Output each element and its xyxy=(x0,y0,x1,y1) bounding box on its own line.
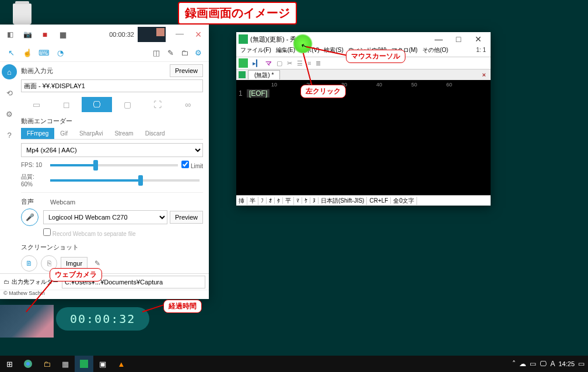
capture-modes: ▭ ◻ 🖵 ▢ ⛶ ∞ xyxy=(21,97,203,112)
annotation-elapsed: 経過時間 xyxy=(163,300,202,313)
folder-icon[interactable]: 🗀 xyxy=(177,48,191,57)
captura-sidebar: ⌂ ⟲ ⚙ ? xyxy=(0,62,19,273)
quality-row: 品質: 60% xyxy=(21,173,203,187)
task-vlc[interactable]: ▲ xyxy=(112,356,131,372)
menu-other[interactable]: その他(O) xyxy=(421,46,450,57)
mode-game-icon[interactable]: ∞ xyxy=(173,97,203,112)
tool-copy-icon[interactable]: ✂ xyxy=(287,60,292,67)
eof-marker: [EOF] xyxy=(247,89,270,98)
tool-new-icon[interactable] xyxy=(239,58,248,68)
keyboard-icon[interactable]: ⌨ xyxy=(36,46,51,61)
fps-slider[interactable] xyxy=(50,164,178,166)
menu-file[interactable]: ファイル(F) xyxy=(239,46,273,57)
tool-save-icon[interactable]: マ xyxy=(265,59,272,68)
encoder-label: 動画エンコーダー xyxy=(21,117,203,126)
tab-ffmpeg[interactable]: FFmpeg xyxy=(21,128,54,139)
output-folder-icon[interactable]: 🗀 xyxy=(4,279,9,285)
tray-chevron-icon[interactable]: ˄ xyxy=(512,360,516,368)
tray-clock[interactable]: 14:25 xyxy=(558,360,575,367)
timer-icon[interactable]: ◔ xyxy=(52,46,68,61)
tray-ime[interactable]: A xyxy=(550,360,555,368)
tab-stream[interactable]: Stream xyxy=(108,128,139,139)
webcam-section-label: Webcam xyxy=(50,199,75,206)
close-button[interactable]: × xyxy=(189,29,208,41)
svg-point-7 xyxy=(26,362,30,366)
codec-select[interactable]: Mp4 (x264 | AAC) xyxy=(21,143,203,157)
status-encoding: 日本語(Shift-JIS) xyxy=(318,197,367,205)
captura-main: 動画入力元 Preview ▭ ◻ 🖵 ▢ ⛶ ∞ 動画エンコーダー FFmpe… xyxy=(19,62,209,273)
tray-monitor-icon[interactable]: 🖵 xyxy=(540,360,547,368)
tool-next-icon[interactable]: ≣ xyxy=(316,60,321,67)
task-editor[interactable] xyxy=(75,356,93,372)
tool-cut-icon[interactable]: ▢ xyxy=(276,60,282,67)
recording-timer: 00:00:32 xyxy=(71,31,138,38)
editor-minimize[interactable]: — xyxy=(429,34,449,44)
quality-slider[interactable] xyxy=(50,179,200,182)
editor-ruler: 102030405060 xyxy=(236,80,491,88)
click-icon[interactable]: ☝ xyxy=(20,46,35,61)
tool-prev-icon[interactable]: ≡ xyxy=(307,60,311,67)
editor-cursor-pos: 1: 1 xyxy=(476,47,486,53)
settings-gear-icon[interactable]: ⚙ xyxy=(191,48,205,57)
annotation-mouse-cursor: マウスカーソル xyxy=(346,50,405,63)
tab-gif[interactable]: Gif xyxy=(54,128,74,139)
menu-search[interactable]: 検索(S) xyxy=(322,46,345,57)
screenshot-label: スクリーンショット xyxy=(21,243,203,252)
fps-row: FPS: 10 Limit xyxy=(21,161,203,169)
preview-button[interactable]: Preview xyxy=(170,64,203,77)
sidebar-settings[interactable]: ⚙ xyxy=(2,106,17,121)
status-width: 全0文字 xyxy=(391,197,417,205)
video-source-select[interactable] xyxy=(21,79,203,92)
mode-webcam-icon[interactable]: ▭ xyxy=(21,97,51,112)
editor-tab[interactable]: (無題) * xyxy=(248,70,280,79)
record-stop-button[interactable]: ■ xyxy=(36,25,54,44)
editor-content[interactable]: 1 [EOF] xyxy=(236,88,491,195)
ss-edit-icon[interactable]: ✎ xyxy=(94,259,100,267)
system-tray: ˄ ☁ ▭ 🖵 A 14:25 ▭ xyxy=(512,360,588,368)
task-calculator[interactable]: ▦ xyxy=(56,356,75,372)
screenshot-button[interactable]: ◧ xyxy=(1,25,19,44)
editor-tab-close[interactable]: × xyxy=(480,71,488,78)
line-number: 1 xyxy=(239,89,243,98)
pause-button[interactable]: ▮▮ xyxy=(54,25,71,44)
captura-toolrow: ↖ ☝ ⌨ ◔ ◫ ✎ 🗀 ⚙ xyxy=(0,44,209,62)
tab-discard[interactable]: Discard xyxy=(139,128,171,139)
taskbar: ⊞ 🗀 ▦ ▣ ▲ ˄ ☁ ▭ 🖵 A 14:25 ▭ xyxy=(0,356,588,372)
mode-window-icon[interactable]: ◻ xyxy=(51,97,82,112)
mic-toggle[interactable]: 🎤 xyxy=(21,208,38,226)
ss-disk-button[interactable]: 🗎 xyxy=(21,255,37,272)
camera-icon[interactable]: 📷 xyxy=(19,25,36,44)
tray-notification-icon[interactable]: ▭ xyxy=(578,360,584,368)
start-button[interactable]: ⊞ xyxy=(0,356,19,372)
captura-titlebar[interactable]: ◧ 📷 ■ ▮▮ 00:00:32 — × xyxy=(0,25,209,44)
tray-battery-icon[interactable]: ▭ xyxy=(530,360,536,368)
svg-text:50: 50 xyxy=(411,82,417,88)
sidebar-home[interactable]: ⌂ xyxy=(2,64,17,79)
editor-titlebar[interactable]: (無題)(更新) - 秀丸 — □ ✕ xyxy=(236,32,491,46)
captura-copyright: © Mathew Sachin xyxy=(0,290,209,299)
fps-limit-check[interactable]: Limit xyxy=(181,161,203,169)
status-eol: CR+LF xyxy=(367,197,391,204)
draw-icon[interactable]: ✎ xyxy=(163,48,177,57)
sidebar-help[interactable]: ? xyxy=(2,127,17,142)
task-explorer[interactable]: 🗀 xyxy=(37,356,56,372)
tray-cloud-icon[interactable]: ☁ xyxy=(519,360,526,368)
tool-paste-icon[interactable]: ☰ xyxy=(297,60,303,67)
editor-title: (無題)(更新) - 秀丸 xyxy=(250,35,429,44)
task-captura[interactable]: ▣ xyxy=(93,356,112,372)
tool-open-icon[interactable]: ▸▎ xyxy=(253,60,261,67)
minimize-button[interactable]: — xyxy=(170,29,189,41)
tab-sharpavi[interactable]: SharpAvi xyxy=(74,128,108,139)
mode-screen-icon[interactable]: 🖵 xyxy=(82,97,112,112)
task-chrome[interactable] xyxy=(19,356,37,372)
cursor-icon[interactable]: ↖ xyxy=(4,46,19,61)
sidebar-history[interactable]: ⟲ xyxy=(2,85,17,100)
editor-maximize[interactable]: □ xyxy=(449,34,468,44)
webcam-device-select[interactable]: Logicool HD Webcam C270 xyxy=(43,210,167,224)
crop-icon[interactable]: ◫ xyxy=(149,48,163,57)
mode-region-icon[interactable]: ▢ xyxy=(112,97,142,112)
webcam-preview-button[interactable]: Preview xyxy=(170,211,203,224)
webcam-separate-check[interactable]: Record Webcam to separate file xyxy=(43,228,203,237)
mode-fullscreen-icon[interactable]: ⛶ xyxy=(142,97,173,112)
editor-close[interactable]: ✕ xyxy=(468,34,488,44)
